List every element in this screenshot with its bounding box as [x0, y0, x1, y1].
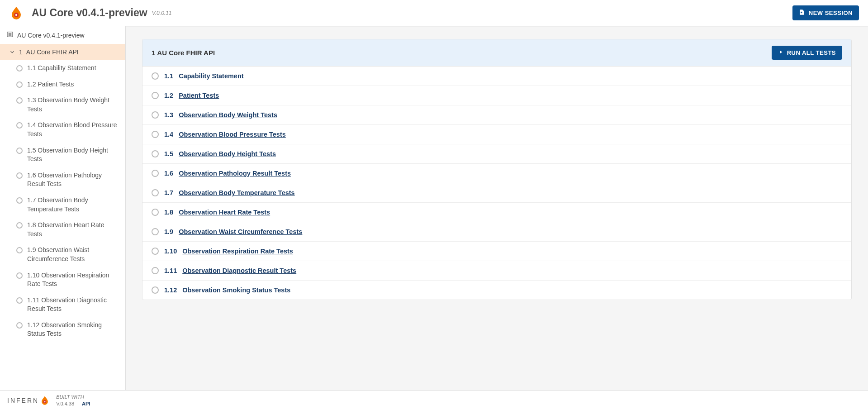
- status-circle-icon: [16, 97, 23, 104]
- footer-meta: BUILT WITH V.0.4.38 API: [56, 394, 90, 407]
- status-circle-icon: [16, 297, 23, 304]
- status-circle-icon: [16, 122, 23, 129]
- sidebar-group-active[interactable]: 1 AU Core FHIR API: [0, 44, 125, 60]
- sidebar-group-num: 1: [19, 48, 23, 56]
- sidebar-item-label: 1.1 Capability Statement: [27, 64, 96, 73]
- run-all-tests-button[interactable]: RUN ALL TESTS: [772, 46, 842, 60]
- sidebar-item-label: 1.9 Observation Waist Circumference Test…: [27, 246, 119, 263]
- sidebar-item-label: 1.4 Observation Blood Pressure Tests: [27, 121, 119, 138]
- sidebar-item[interactable]: 1.12 Observation Smoking Status Tests: [0, 317, 125, 342]
- test-row-link[interactable]: Observation Blood Pressure Tests: [179, 131, 286, 138]
- status-circle-icon: [152, 209, 159, 216]
- status-circle-icon: [152, 228, 159, 235]
- test-row-num: 1.2: [164, 92, 173, 99]
- status-circle-icon: [152, 111, 159, 119]
- test-row-link[interactable]: Capability Statement: [179, 72, 243, 80]
- sidebar-item[interactable]: 1.2 Patient Tests: [0, 76, 125, 93]
- footer-version: V.0.4.38: [56, 400, 74, 407]
- sidebar-item-label: 1.3 Observation Body Weight Tests: [27, 96, 119, 114]
- test-row-link[interactable]: Observation Body Weight Tests: [179, 111, 277, 119]
- sidebar-item-label: 1.6 Observation Pathology Result Tests: [27, 171, 119, 189]
- status-circle-icon: [16, 322, 23, 329]
- sidebar-item[interactable]: 1.10 Observation Respiration Rate Tests: [0, 267, 125, 292]
- sidebar-item[interactable]: 1.7 Observation Body Temperature Tests: [0, 192, 125, 217]
- sidebar[interactable]: AU Core v0.4.1-preview 1 AU Core FHIR AP…: [0, 26, 126, 390]
- sidebar-item[interactable]: 1.8 Observation Heart Rate Tests: [0, 217, 125, 242]
- status-circle-icon: [16, 222, 23, 229]
- sidebar-item-label: 1.12 Observation Smoking Status Tests: [27, 321, 119, 338]
- play-icon: [778, 49, 783, 56]
- main-content[interactable]: 1 AU Core FHIR API RUN ALL TESTS 1.1Capa…: [126, 26, 868, 390]
- test-row[interactable]: 1.4Observation Blood Pressure Tests: [142, 125, 851, 144]
- panel-group-title: AU Core FHIR API: [157, 49, 215, 57]
- status-circle-icon: [16, 148, 23, 154]
- status-circle-icon: [16, 247, 23, 253]
- file-plus-icon: [799, 9, 805, 17]
- status-circle-icon: [152, 72, 159, 80]
- test-row[interactable]: 1.7Observation Body Temperature Tests: [142, 183, 851, 203]
- status-circle-icon: [152, 170, 159, 177]
- test-row-num: 1.5: [164, 150, 173, 157]
- status-circle-icon: [152, 131, 159, 138]
- sidebar-item[interactable]: 1.1 Capability Statement: [0, 60, 125, 76]
- test-row[interactable]: 1.2Patient Tests: [142, 86, 851, 105]
- svg-point-7: [44, 401, 46, 402]
- test-row[interactable]: 1.10Observation Respiration Rate Tests: [142, 242, 851, 261]
- sidebar-item[interactable]: 1.3 Observation Body Weight Tests: [0, 92, 125, 117]
- status-circle-icon: [16, 197, 23, 204]
- test-row[interactable]: 1.1Capability Statement: [142, 67, 851, 86]
- status-circle-icon: [152, 189, 159, 196]
- test-row-link[interactable]: Observation Respiration Rate Tests: [182, 248, 293, 255]
- test-row[interactable]: 1.9Observation Waist Circumference Tests: [142, 222, 851, 242]
- test-row-link[interactable]: Observation Body Temperature Tests: [179, 189, 295, 196]
- test-row[interactable]: 1.12Observation Smoking Status Tests: [142, 281, 851, 300]
- test-row[interactable]: 1.3Observation Body Weight Tests: [142, 105, 851, 125]
- footer-brand-text: INFERN: [7, 397, 39, 404]
- test-row[interactable]: 1.5Observation Body Height Tests: [142, 144, 851, 164]
- sidebar-item[interactable]: 1.9 Observation Waist Circumference Test…: [0, 242, 125, 267]
- test-group-panel: 1 AU Core FHIR API RUN ALL TESTS 1.1Capa…: [142, 39, 852, 300]
- test-row-link[interactable]: Observation Smoking Status Tests: [182, 286, 290, 294]
- footer-api-link[interactable]: API: [78, 400, 90, 407]
- list-icon: [6, 31, 14, 39]
- test-row-link[interactable]: Observation Body Height Tests: [179, 150, 276, 157]
- test-row-num: 1.9: [164, 228, 173, 235]
- new-session-button[interactable]: NEW SESSION: [792, 5, 859, 20]
- sidebar-item-label: 1.10 Observation Respiration Rate Tests: [27, 271, 119, 289]
- sidebar-group-label: AU Core FHIR API: [26, 48, 79, 56]
- sidebar-item-label: 1.5 Observation Body Height Tests: [27, 146, 119, 164]
- test-row-num: 1.12: [164, 286, 177, 294]
- status-circle-icon: [152, 92, 159, 99]
- logo-icon: [9, 6, 24, 20]
- status-circle-icon: [152, 286, 159, 294]
- footer-brand[interactable]: INFERN: [7, 396, 50, 405]
- status-circle-icon: [16, 81, 23, 88]
- test-row[interactable]: 1.8Observation Heart Rate Tests: [142, 203, 851, 222]
- footer-built-with: BUILT WITH: [56, 394, 90, 400]
- status-circle-icon: [16, 172, 23, 179]
- status-circle-icon: [16, 65, 23, 72]
- sidebar-item[interactable]: 1.5 Observation Body Height Tests: [0, 143, 125, 167]
- test-row-link[interactable]: Observation Heart Rate Tests: [179, 209, 270, 216]
- test-row-link[interactable]: Observation Pathology Result Tests: [179, 170, 291, 177]
- app-header: AU Core v0.4.1-preview V.0.0.11 NEW SESS…: [0, 0, 868, 26]
- status-circle-icon: [16, 272, 23, 279]
- page-title: AU Core v0.4.1-preview: [32, 7, 147, 19]
- status-circle-icon: [152, 248, 159, 255]
- test-row-num: 1.3: [164, 111, 173, 119]
- test-row[interactable]: 1.6Observation Pathology Result Tests: [142, 164, 851, 183]
- test-row-num: 1.1: [164, 72, 173, 80]
- sidebar-item[interactable]: 1.6 Observation Pathology Result Tests: [0, 167, 125, 192]
- test-row[interactable]: 1.11Observation Diagnostic Result Tests: [142, 261, 851, 281]
- test-row-num: 1.4: [164, 131, 173, 138]
- sidebar-item-label: 1.11 Observation Diagnostic Result Tests: [27, 296, 119, 314]
- sidebar-root-label: AU Core v0.4.1-preview: [17, 32, 85, 39]
- sidebar-root[interactable]: AU Core v0.4.1-preview: [0, 26, 125, 44]
- sidebar-item[interactable]: 1.4 Observation Blood Pressure Tests: [0, 117, 125, 142]
- status-circle-icon: [152, 150, 159, 157]
- sidebar-item[interactable]: 1.11 Observation Diagnostic Result Tests: [0, 292, 125, 317]
- test-row-link[interactable]: Observation Waist Circumference Tests: [179, 228, 302, 235]
- test-row-num: 1.10: [164, 248, 177, 255]
- test-row-link[interactable]: Observation Diagnostic Result Tests: [182, 267, 296, 274]
- test-row-link[interactable]: Patient Tests: [179, 92, 219, 99]
